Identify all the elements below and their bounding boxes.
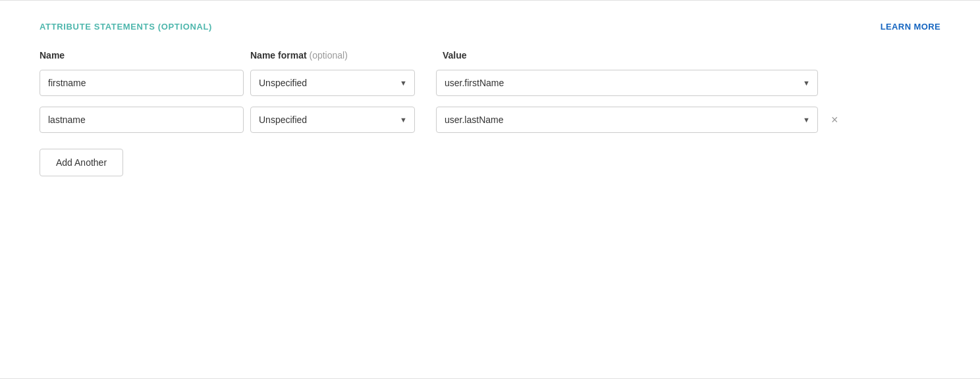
value-column-header: Value	[443, 50, 467, 61]
section-header: ATTRIBUTE STATEMENTS (OPTIONAL) LEARN MO…	[40, 22, 940, 32]
learn-more-link[interactable]: LEARN MORE	[881, 22, 940, 32]
value-select-1[interactable]: user.firstName user.lastName user.email …	[436, 70, 818, 96]
value-select-2[interactable]: user.firstName user.lastName user.email …	[436, 107, 818, 133]
value-select-wrapper-1: user.firstName user.lastName user.email …	[436, 70, 818, 96]
name-input-2[interactable]	[40, 107, 244, 133]
attribute-statements-section: ATTRIBUTE STATEMENTS (OPTIONAL) LEARN MO…	[0, 1, 980, 203]
format-select-wrapper-1: Unspecified URI Reference Basic Email ▼	[250, 70, 415, 96]
name-input-1[interactable]	[40, 70, 244, 96]
columns-header: Name Name format (optional) Value	[40, 50, 940, 61]
format-select-1[interactable]: Unspecified URI Reference Basic Email	[250, 70, 415, 96]
name-column-header: Name	[40, 50, 250, 61]
format-select-2[interactable]: Unspecified URI Reference Basic Email	[250, 107, 415, 133]
remove-row-2-button[interactable]: ×	[826, 111, 844, 128]
attribute-row-2: Unspecified URI Reference Basic Email ▼ …	[40, 107, 940, 133]
section-title: ATTRIBUTE STATEMENTS (OPTIONAL)	[40, 22, 212, 32]
add-another-button[interactable]: Add Another	[40, 149, 123, 176]
format-column-header: Name format (optional)	[250, 50, 422, 61]
attribute-row-1: Unspecified URI Reference Basic Email ▼ …	[40, 70, 940, 96]
value-select-wrapper-2: user.firstName user.lastName user.email …	[436, 107, 818, 133]
format-select-wrapper-2: Unspecified URI Reference Basic Email ▼	[250, 107, 415, 133]
page-container: ATTRIBUTE STATEMENTS (OPTIONAL) LEARN MO…	[0, 0, 980, 379]
format-optional-label: (optional)	[309, 50, 347, 61]
